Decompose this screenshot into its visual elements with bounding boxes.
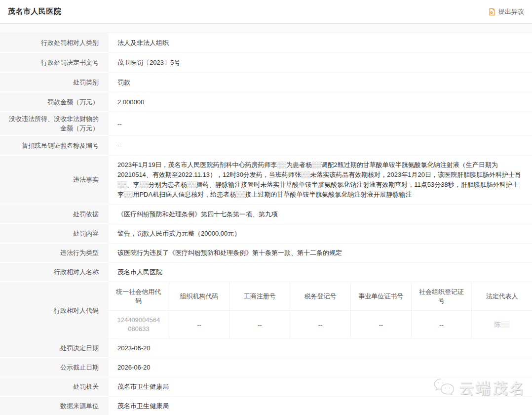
table-row-violation-type: 违法行为类型 该医院行为违反了《医疗纠纷预防和处理条例》第十条第一款、第十二条的… bbox=[0, 244, 532, 263]
col-header-legal-representative: 法定代表人 bbox=[472, 282, 532, 311]
header-divider bbox=[0, 24, 532, 33]
table-row-publicity-end-date: 公示截止日期 2026-06-20 bbox=[0, 358, 532, 377]
col-header-unified-credit-code: 统一社会信用代码 bbox=[109, 282, 169, 311]
penalty-record-table: 行政处罚相对人类别 法人及非法人组织 行政处罚决定书文号 茂卫医罚〔2023〕5… bbox=[0, 33, 532, 415]
col-header-org-code: 组织机构代码 bbox=[169, 282, 230, 311]
row-value: 2.000000 bbox=[109, 92, 532, 112]
row-value: 法人及非法人组织 bbox=[109, 33, 532, 53]
org-code-value: -- bbox=[169, 311, 230, 338]
row-label: 行政相对人代码 bbox=[0, 282, 109, 339]
page-title: 茂名市人民医院 bbox=[8, 7, 62, 16]
table-row-party-codes: 行政相对人代码 统一社会信用代码 组织机构代码 工商注册号 税务登记号 事业单位… bbox=[0, 282, 532, 339]
row-label: 没收违法所得、没收非法财物的金额（万元） bbox=[0, 112, 109, 136]
row-label: 违法事实 bbox=[0, 156, 109, 205]
table-row-fine-amount: 罚款金额（万元） 2.000000 bbox=[0, 92, 532, 112]
violation-facts-text: 2023年1月19日，茂名市人民医院药剂科中心药房药师李░░为患者杨░░调配2瓶… bbox=[117, 156, 522, 204]
row-value: 2023年1月19日，茂名市人民医院药剂科中心药房药师李░░为患者杨░░调配2瓶… bbox=[109, 156, 532, 205]
row-value: 2026-06-20 bbox=[109, 358, 532, 377]
row-value: 茂名市卫生健康局 bbox=[109, 397, 532, 415]
row-label: 行政处罚决定书文号 bbox=[0, 53, 109, 73]
row-label: 处罚类别 bbox=[0, 73, 109, 92]
table-row-penalty-authority: 处罚机关 茂名市卫生健康局 bbox=[0, 377, 532, 397]
table-row-party-type: 行政处罚相对人类别 法人及非法人组织 bbox=[0, 33, 532, 53]
row-value: 茂名市卫生健康局 bbox=[109, 377, 532, 397]
party-codes-header-row: 统一社会信用代码 组织机构代码 工商注册号 税务登记号 事业单位证书号 社会组织… bbox=[109, 282, 532, 311]
row-label: 行政相对人名称 bbox=[0, 263, 109, 282]
row-label: 暂扣或吊销证照名称及编号 bbox=[0, 136, 109, 156]
row-value: -- bbox=[109, 136, 532, 156]
col-header-tax-reg-number: 税务登记号 bbox=[290, 282, 351, 311]
row-label: 公示截止日期 bbox=[0, 358, 109, 377]
header-bar: 茂名市人民医院 提出异议 bbox=[0, 0, 532, 24]
row-value: 警告，罚款人民币贰万元整（20000.00元） bbox=[109, 224, 532, 244]
row-label: 罚款金额（万元） bbox=[0, 92, 109, 112]
legal-representative-value: 陈░░ bbox=[472, 311, 532, 338]
row-label: 处罚决定日期 bbox=[0, 339, 109, 358]
row-label: 处罚机关 bbox=[0, 377, 109, 397]
table-row-violation-facts: 违法事实 2023年1月19日，茂名市人民医院药剂科中心药房药师李░░为患者杨░… bbox=[0, 156, 532, 205]
table-row-penalty-category: 处罚类别 罚款 bbox=[0, 73, 532, 92]
row-label: 违法行为类型 bbox=[0, 244, 109, 263]
row-value: 茂卫医罚〔2023〕5号 bbox=[109, 53, 532, 73]
table-row-license-revocation: 暂扣或吊销证照名称及编号 -- bbox=[0, 136, 532, 156]
row-value: 2023-06-20 bbox=[109, 339, 532, 358]
table-row-penalty-basis: 处罚依据 《医疗纠纷预防和处理条例》第四十七条第一项、第九项 bbox=[0, 205, 532, 224]
unified-credit-code-value: 124409004564 080633 bbox=[109, 311, 169, 338]
social-org-reg-number-value: -- bbox=[412, 311, 472, 338]
table-row-party-name: 行政相对人名称 茂名市人民医院 bbox=[0, 263, 532, 282]
table-row-decision-date: 处罚决定日期 2023-06-20 bbox=[0, 339, 532, 358]
table-row-confiscation-amount: 没收违法所得、没收非法财物的金额（万元） -- bbox=[0, 112, 532, 136]
tax-reg-number-value: -- bbox=[290, 311, 351, 338]
business-reg-number-value: -- bbox=[229, 311, 290, 338]
row-value: 《医疗纠纷预防和处理条例》第四十七条第一项、第九项 bbox=[109, 205, 532, 224]
table-row-penalty-content: 处罚内容 警告，罚款人民币贰万元整（20000.00元） bbox=[0, 224, 532, 244]
objection-label: 提出异议 bbox=[498, 7, 524, 16]
row-value: 罚款 bbox=[109, 73, 532, 92]
institution-cert-number-value: -- bbox=[351, 311, 412, 338]
document-edit-icon bbox=[488, 8, 496, 16]
party-codes-table: 统一社会信用代码 组织机构代码 工商注册号 税务登记号 事业单位证书号 社会组织… bbox=[109, 282, 532, 339]
row-label: 处罚依据 bbox=[0, 205, 109, 224]
col-header-institution-cert-number: 事业单位证书号 bbox=[351, 282, 412, 311]
table-row-decision-doc-number: 行政处罚决定书文号 茂卫医罚〔2023〕5号 bbox=[0, 53, 532, 73]
row-label: 行政处罚相对人类别 bbox=[0, 33, 109, 53]
col-header-social-org-reg-number: 社会组织登记证号 bbox=[412, 282, 472, 311]
row-value: 该医院行为违反了《医疗纠纷预防和处理条例》第十条第一款、第十二条的规定 bbox=[109, 244, 532, 263]
row-label: 处罚内容 bbox=[0, 224, 109, 244]
row-value: 茂名市人民医院 bbox=[109, 263, 532, 282]
row-label: 数据来源单位 bbox=[0, 397, 109, 415]
row-value: -- bbox=[109, 112, 532, 136]
table-row-data-source-unit: 数据来源单位 茂名市卫生健康局 bbox=[0, 397, 532, 415]
objection-button[interactable]: 提出异议 bbox=[488, 7, 524, 16]
party-codes-value-row: 124409004564 080633 -- -- -- -- -- 陈░░ bbox=[109, 311, 532, 338]
col-header-business-reg-number: 工商注册号 bbox=[229, 282, 290, 311]
